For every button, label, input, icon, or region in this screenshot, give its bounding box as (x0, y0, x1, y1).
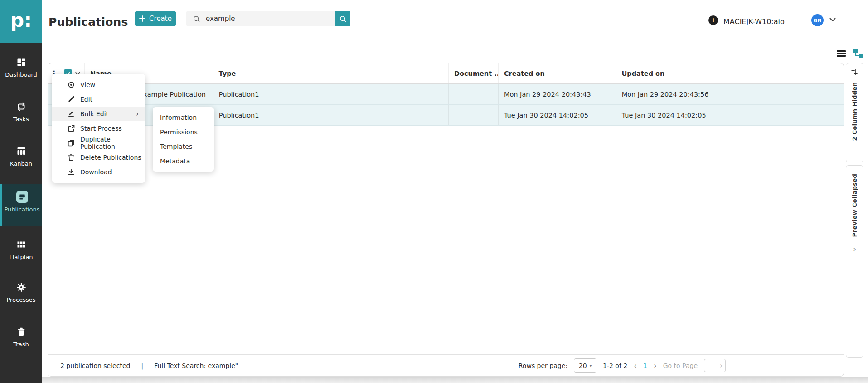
submenu-item-label: Permissions (160, 128, 198, 136)
sidebar-item-processes[interactable]: Processes (0, 281, 42, 303)
preview-panel-collapsed[interactable]: Preview Collapsed › (846, 165, 863, 358)
rows-per-page-label: Rows per page: (519, 362, 567, 369)
info-icon[interactable]: i (708, 15, 718, 25)
hierarchy-view-icon[interactable] (853, 48, 864, 59)
pagination-controls: Rows per page: 20 ▾ 1-2 of 2 ‹ 1 › Go to… (519, 355, 726, 376)
sidebar-item-label: Processes (0, 296, 42, 303)
submenu-item-label: Information (160, 114, 197, 121)
hidden-columns-panel[interactable]: 2 Column Hidden (846, 63, 863, 162)
publications-icon (2, 191, 42, 203)
row-type-cell: Publication1 (213, 105, 449, 125)
bulk-edit-submenu: Information Permissions Templates Metada… (153, 107, 214, 172)
sidebar-item-label: Publications (2, 206, 42, 213)
submenu-item-label: Metadata (160, 157, 190, 165)
search-icon (193, 15, 200, 23)
bulk-edit-icon (68, 110, 75, 118)
chevron-down-icon[interactable] (829, 18, 836, 22)
row-updated-cell: Mon Jan 29 2024 20:43:56 (616, 84, 844, 104)
sidebar-item-trash[interactable]: Trash (0, 326, 42, 348)
sidebar-item-kanban[interactable]: Kanban (0, 145, 42, 167)
row-type-cell: Publication1 (213, 84, 449, 104)
sidebar-item-publications[interactable]: Publications (0, 184, 42, 226)
submenu-item-metadata[interactable]: Metadata (153, 154, 214, 168)
rows-per-page-value: 20 (579, 362, 587, 369)
sidebar-item-dashboard[interactable]: Dashboard (0, 56, 42, 78)
tasks-icon (0, 101, 42, 113)
footer-divider: | (141, 362, 143, 369)
dashboard-icon (0, 56, 42, 68)
page-number[interactable]: 1 (643, 362, 647, 369)
row-updated-cell: Tue Jan 30 2024 14:02:05 (616, 105, 844, 125)
next-page-icon[interactable]: › (654, 361, 657, 370)
trash-icon (0, 326, 42, 338)
sidebar-item-label: Flatplan (0, 254, 42, 260)
sidebar-item-label: Kanban (0, 160, 42, 167)
submenu-item-permissions[interactable]: Permissions (153, 125, 214, 139)
full-text-search-status: Full Text Search: example" (154, 362, 238, 369)
go-to-page-input[interactable]: › (704, 359, 726, 372)
chevron-right-icon: › (720, 362, 723, 370)
table-footer: 2 publication selected | Full Text Searc… (48, 354, 844, 376)
sidebar-item-tasks[interactable]: Tasks (0, 101, 42, 123)
sidebar-item-label: Trash (0, 341, 42, 348)
menu-item-download[interactable]: Download (52, 165, 145, 179)
row-created-cell: Mon Jan 29 2024 20:43:43 (499, 84, 616, 104)
menu-item-view[interactable]: View (52, 78, 145, 92)
row-document-cell (449, 84, 499, 104)
menu-item-label: View (80, 81, 95, 88)
menu-item-label: Duplicate Publication (80, 136, 145, 150)
table-row[interactable]: Example Publication Publication1 Mon Jan… (48, 84, 844, 105)
column-header-document[interactable]: Document ... (449, 63, 499, 83)
search-submit-button[interactable] (335, 11, 350, 26)
header-divider (42, 44, 868, 44)
range-label: 1-2 of 2 (603, 362, 627, 369)
menu-item-bulk-edit[interactable]: Bulk Edit › (52, 107, 145, 121)
menu-item-delete-publications[interactable]: Delete Publications (52, 150, 145, 165)
rows-per-page-select[interactable]: 20 ▾ (574, 358, 596, 373)
row-context-menu: View Edit Bulk Edit › Start Process Dupl… (52, 74, 145, 183)
download-icon (68, 168, 75, 176)
column-header-type[interactable]: Type (213, 63, 449, 83)
logo-icon: p: (10, 11, 32, 30)
machine-label: MACIEJK-W10:aio (723, 17, 785, 26)
sidebar-item-label: Dashboard (0, 71, 42, 78)
go-to-page-label: Go to Page (663, 362, 698, 369)
duplicate-icon (68, 139, 75, 147)
delete-icon (68, 154, 75, 161)
menu-item-label: Edit (80, 96, 92, 103)
plus-icon (139, 15, 145, 22)
submenu-item-templates[interactable]: Templates (153, 139, 214, 154)
sidebar-item-flatplan[interactable]: Flatplan (0, 239, 42, 260)
submenu-item-information[interactable]: Information (153, 110, 214, 125)
caret-down-icon: ▾ (590, 363, 592, 368)
page-bottom-shadow (42, 377, 868, 383)
menu-item-label: Bulk Edit (80, 110, 108, 118)
menu-item-duplicate-publication[interactable]: Duplicate Publication (52, 136, 145, 150)
page-title: Publications (48, 15, 128, 29)
sidebar-item-label: Tasks (0, 116, 42, 123)
search-input[interactable]: example (186, 11, 335, 26)
preview-collapsed-label: Preview Collapsed (851, 174, 858, 237)
menu-item-edit[interactable]: Edit (52, 92, 145, 107)
submenu-chevron-icon: › (136, 110, 139, 118)
menu-item-label: Delete Publications (80, 154, 141, 161)
avatar[interactable]: GN (811, 14, 824, 26)
table-header-row: ⋮ Name Type Document ... Created on Upda… (48, 63, 844, 84)
column-settings-icon (851, 68, 858, 76)
create-button-label: Create (149, 15, 172, 23)
menu-item-start-process[interactable]: Start Process (52, 121, 145, 136)
app-logo[interactable]: p: (0, 0, 42, 43)
menu-item-label: Start Process (80, 125, 122, 132)
expand-preview-icon[interactable]: › (853, 244, 856, 254)
eye-icon (68, 81, 75, 88)
column-header-updated-on[interactable]: Updated on (616, 63, 844, 83)
flatplan-icon (0, 239, 42, 250)
kanban-icon (0, 145, 42, 157)
list-view-icon[interactable] (837, 49, 846, 58)
prev-page-icon[interactable]: ‹ (634, 361, 637, 370)
footer-status: 2 publication selected | Full Text Searc… (60, 362, 238, 369)
search-icon (339, 15, 347, 23)
create-button[interactable]: Create (135, 11, 176, 26)
selection-summary: 2 publication selected (60, 362, 130, 369)
column-header-created-on[interactable]: Created on (499, 63, 616, 83)
